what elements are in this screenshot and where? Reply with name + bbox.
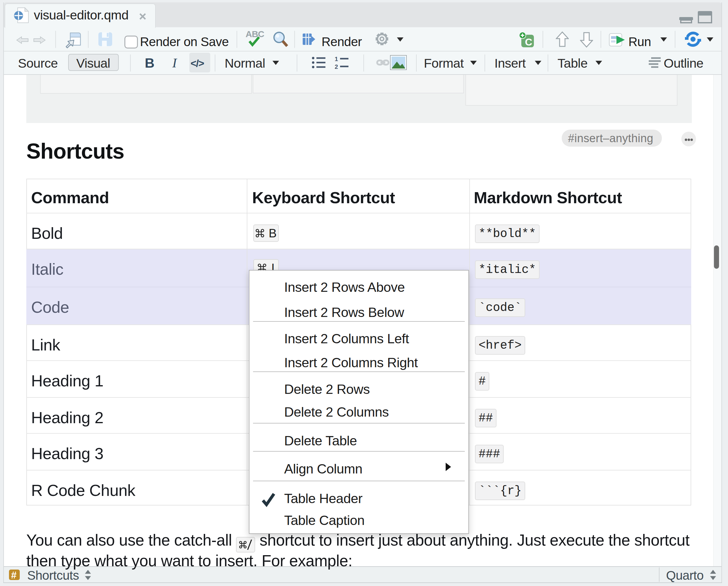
svg-text:ABC: ABC <box>245 29 264 39</box>
svg-text:C: C <box>525 36 532 48</box>
svg-text:1: 1 <box>335 56 338 62</box>
svg-text:2: 2 <box>335 64 338 69</box>
